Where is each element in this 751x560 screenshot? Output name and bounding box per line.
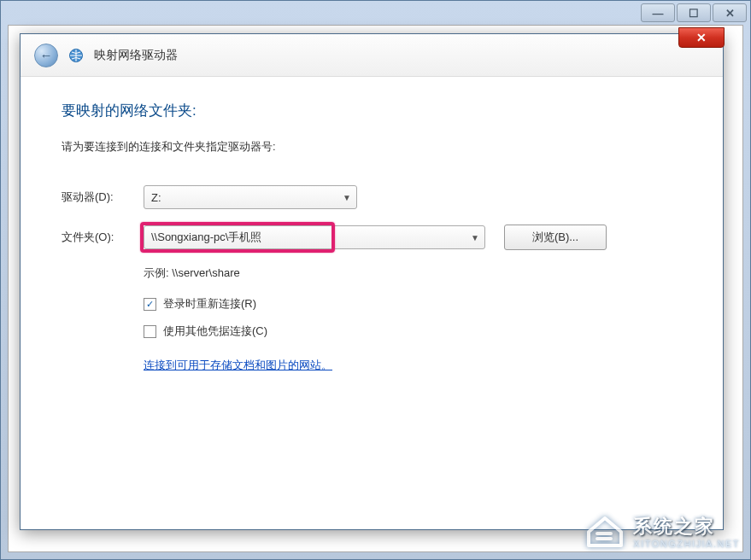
dialog-body: 要映射的网络文件夹: 请为要连接到的连接和文件夹指定驱动器号: 驱动器(D): … <box>21 77 723 397</box>
credentials-checkbox-row[interactable]: 使用其他凭据连接(C) <box>144 324 682 339</box>
network-drive-icon <box>68 48 84 63</box>
watermark-text-cn: 系统之家 <box>633 516 740 538</box>
back-button[interactable]: ← <box>34 44 58 67</box>
drive-label: 驱动器(D): <box>62 190 144 205</box>
credentials-label: 使用其他凭据连接(C) <box>163 324 267 339</box>
parent-caption-bar: — ☐ ✕ <box>1 1 750 25</box>
credentials-checkbox[interactable] <box>144 325 156 338</box>
folder-label: 文件夹(O): <box>62 230 144 245</box>
back-arrow-icon: ← <box>40 48 53 62</box>
reconnect-label: 登录时重新连接(R) <box>163 296 256 312</box>
chevron-down-icon: ▼ <box>471 233 479 242</box>
check-icon: ✓ <box>146 299 154 310</box>
instruction-text: 请为要连接到的连接和文件夹指定驱动器号: <box>62 139 682 155</box>
map-network-drive-dialog: ✕ ← 映射网络驱动器 要映射的网络文件夹: 请为要连接到的连接和文件夹指定驱动… <box>20 33 724 530</box>
drive-value: Z: <box>151 191 161 204</box>
close-button[interactable]: ✕ <box>678 27 725 48</box>
maximize-button[interactable]: ☐ <box>677 3 711 22</box>
drive-combobox[interactable]: Z: ▼ <box>144 185 357 209</box>
example-text: 示例: \\server\share <box>144 265 682 281</box>
watermark: 系统之家 XITONGZHIJIA.NET <box>585 513 740 552</box>
storage-website-link[interactable]: 连接到可用于存储文档和图片的网站。 <box>144 358 332 373</box>
browse-button[interactable]: 浏览(B)... <box>504 225 607 250</box>
folder-combobox[interactable]: \\Songxiang-pc\手机照 ▼ <box>144 225 485 249</box>
reconnect-checkbox-row[interactable]: ✓ 登录时重新连接(R) <box>144 296 682 312</box>
chevron-down-icon: ▼ <box>343 193 351 202</box>
dialog-title: 映射网络驱动器 <box>94 48 178 63</box>
dialog-caption-bar: ✕ <box>678 27 725 48</box>
parent-window: — ☐ ✕ ✕ ← 映射网络驱动器 要映射的网络文件夹: 请为要连接到的连接和文… <box>0 0 751 560</box>
drive-row: 驱动器(D): Z: ▼ <box>62 185 682 209</box>
folder-row: 文件夹(O): \\Songxiang-pc\手机照 ▼ 浏览(B)... <box>62 225 682 250</box>
watermark-text-en: XITONGZHIJIA.NET <box>633 539 740 550</box>
dialog-header: ← 映射网络驱动器 <box>21 34 723 77</box>
watermark-logo-icon <box>585 513 625 552</box>
minimize-button[interactable]: — <box>641 3 675 22</box>
main-heading: 要映射的网络文件夹: <box>62 101 682 120</box>
parent-close-button[interactable]: ✕ <box>713 3 747 22</box>
reconnect-checkbox[interactable]: ✓ <box>144 298 156 311</box>
folder-value: \\Songxiang-pc\手机照 <box>151 230 261 245</box>
